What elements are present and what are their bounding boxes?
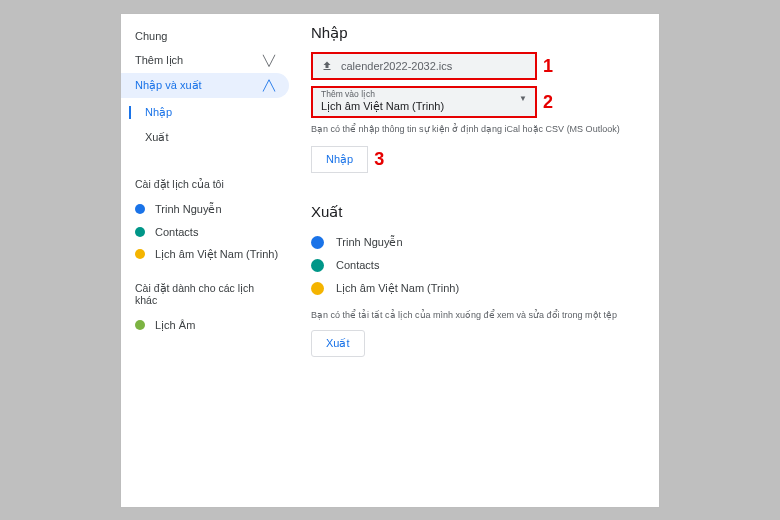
list-item-label: Contacts xyxy=(336,259,379,271)
file-name: calender2022-2032.ics xyxy=(341,60,452,72)
list-item[interactable]: Lịch âm Việt Nam (Trinh) xyxy=(121,243,293,266)
upload-icon xyxy=(321,60,333,72)
export-button[interactable]: Xuất xyxy=(311,330,365,357)
sidebar-import-export-label: Nhập và xuất xyxy=(135,79,202,92)
list-item[interactable]: Contacts xyxy=(311,254,649,277)
export-section: Xuất Trinh NguyễnContactsLịch âm Việt Na… xyxy=(311,203,659,357)
other-calendars-title: Cài đặt dành cho các lịch khác xyxy=(121,266,293,314)
import-hint: Bạn có thể nhập thông tin sự kiện ở định… xyxy=(311,124,659,134)
export-list: Trinh NguyễnContactsLịch âm Việt Nam (Tr… xyxy=(311,231,649,300)
sidebar-add-calendar-label: Thêm lịch xyxy=(135,54,183,67)
import-button-label: Nhập xyxy=(326,153,353,165)
color-dot-icon xyxy=(311,282,324,295)
calendar-dropdown[interactable]: Thêm vào lịch Lịch âm Việt Nam (Trinh) ▼ xyxy=(311,86,537,118)
list-item[interactable]: Lịch âm Việt Nam (Trinh) xyxy=(311,277,649,300)
sidebar-import-export[interactable]: Nhập và xuất ╱╲ xyxy=(121,73,289,98)
color-dot-icon xyxy=(135,204,145,214)
list-item-label: Lịch Âm xyxy=(155,319,195,332)
content: Nhập calender2022-2032.ics 1 Thêm vào lị… xyxy=(293,14,659,507)
color-dot-icon xyxy=(135,249,145,259)
other-calendars-list: Lịch Âm xyxy=(121,314,293,337)
sidebar-general-label: Chung xyxy=(135,30,167,42)
sidebar-sub-export[interactable]: Xuất xyxy=(135,125,293,150)
annotation-1: 1 xyxy=(543,57,553,75)
settings-window: Chung Thêm lịch ╲╱ Nhập và xuất ╱╲ Nhập … xyxy=(120,13,660,508)
dropdown-value: Lịch âm Việt Nam (Trinh) xyxy=(321,100,527,113)
color-dot-icon xyxy=(135,227,145,237)
dropdown-label: Thêm vào lịch xyxy=(321,90,527,99)
list-item-label: Lịch âm Việt Nam (Trinh) xyxy=(155,248,278,261)
annotation-3: 3 xyxy=(374,150,384,168)
sidebar-add-calendar[interactable]: Thêm lịch ╲╱ xyxy=(121,48,289,73)
color-dot-icon xyxy=(311,259,324,272)
import-button[interactable]: Nhập xyxy=(311,146,368,173)
color-dot-icon xyxy=(311,236,324,249)
list-item[interactable]: Contacts xyxy=(121,221,293,243)
chevron-up-icon: ╱╲ xyxy=(263,80,275,91)
export-button-label: Xuất xyxy=(326,337,350,349)
list-item[interactable]: Trinh Nguyễn xyxy=(121,198,293,221)
sidebar-sub-export-label: Xuất xyxy=(145,131,169,143)
export-title: Xuất xyxy=(311,203,649,221)
sidebar-sub-import-label: Nhập xyxy=(145,106,172,118)
list-item-label: Lịch âm Việt Nam (Trinh) xyxy=(336,282,459,295)
sidebar-general[interactable]: Chung xyxy=(121,24,289,48)
annotation-2: 2 xyxy=(543,93,553,111)
list-item[interactable]: Lịch Âm xyxy=(121,314,293,337)
sidebar: Chung Thêm lịch ╲╱ Nhập và xuất ╱╲ Nhập … xyxy=(121,14,293,507)
my-calendars-list: Trinh NguyễnContactsLịch âm Việt Nam (Tr… xyxy=(121,198,293,266)
list-item-label: Trinh Nguyễn xyxy=(155,203,222,216)
export-hint: Bạn có thể tải tất cả lịch của mình xuốn… xyxy=(311,310,649,320)
my-calendars-title: Cài đặt lịch của tôi xyxy=(121,162,293,198)
chevron-down-icon: ╲╱ xyxy=(263,55,275,66)
list-item-label: Trinh Nguyễn xyxy=(336,236,403,249)
import-title: Nhập xyxy=(311,24,659,42)
list-item-label: Contacts xyxy=(155,226,198,238)
sidebar-import-export-sub: Nhập Xuất xyxy=(121,100,293,150)
file-select[interactable]: calender2022-2032.ics xyxy=(311,52,537,80)
color-dot-icon xyxy=(135,320,145,330)
list-item[interactable]: Trinh Nguyễn xyxy=(311,231,649,254)
sidebar-sub-import[interactable]: Nhập xyxy=(135,100,293,125)
dropdown-arrow-icon: ▼ xyxy=(519,94,527,103)
